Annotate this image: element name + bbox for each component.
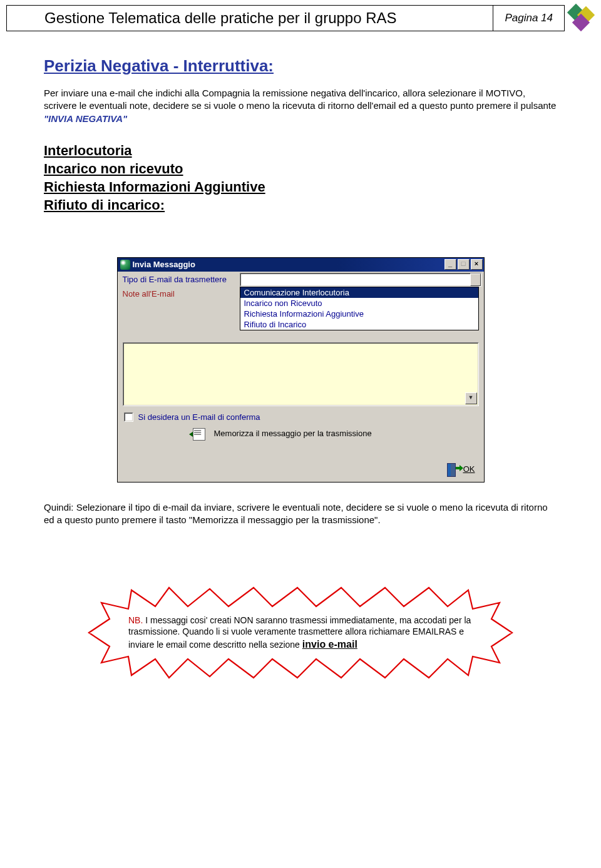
section-heading: Perizia Negativa - Interruttiva: (44, 56, 557, 76)
email-type-row: Tipo di E-mail da trasmettere (120, 273, 481, 287)
dropdown-item-non-ricevuto[interactable]: Incarico non Ricevuto (240, 298, 478, 309)
note-label: Note all'E-mail (120, 287, 240, 300)
exit-icon (446, 463, 458, 476)
logo-icon (568, 5, 595, 31)
window-buttons: _ □ × (444, 259, 483, 270)
app-icon (120, 260, 130, 270)
dialog-titlebar[interactable]: Invia Messaggio _ □ × (118, 258, 484, 272)
close-button[interactable]: × (471, 259, 483, 270)
content: Perizia Negativa - Interruttiva: Per inv… (44, 56, 557, 689)
confirm-row: Si desidera un E-mail di conferma (124, 412, 478, 422)
sublinks-list: Interlocutoria Incarico non ricevuto Ric… (44, 143, 557, 213)
intro-button-name: "INVIA NEGATIVA" (44, 113, 127, 124)
note-textarea[interactable]: ▼ (123, 342, 479, 406)
note-text: NB. I messaggi cosi' creati NON saranno … (128, 615, 473, 651)
chevron-down-icon[interactable] (470, 273, 481, 286)
header-title: Gestione Telematica delle pratiche per i… (7, 9, 493, 27)
memorize-icon (189, 427, 208, 441)
sublink-interlocutoria[interactable]: Interlocutoria (44, 143, 557, 159)
after-dialog-paragraph: Quindi: Selezionare il tipo di e-mail da… (44, 501, 557, 527)
ok-label-rest: K (470, 464, 475, 474)
note-prefix: NB. (128, 615, 143, 625)
dropdown-item-rifiuto[interactable]: Rifiuto di Incarico (240, 319, 478, 330)
page: Gestione Telematica delle pratiche per i… (0, 5, 601, 727)
form-area: Tipo di E-mail da trasmettere Note all'E… (120, 273, 481, 300)
note-callout: NB. I messaggi cosi' creati NON saranno … (75, 576, 526, 689)
note-link[interactable]: invio e-mail (302, 639, 357, 650)
minimize-button[interactable]: _ (444, 259, 456, 270)
email-type-label: Tipo di E-mail da trasmettere (120, 273, 240, 286)
sublink-incarico-non-ricevuto[interactable]: Incarico non ricevuto (44, 161, 557, 177)
email-type-dropdown-list: Comunicazione Interlocutoria Incarico no… (240, 287, 479, 330)
dropdown-item-richiesta-info[interactable]: Richiesta Informazioni Aggiuntive (240, 309, 478, 319)
ok-button[interactable]: OK (463, 464, 475, 474)
intro-paragraph: Per inviare una e-mail che indichi alla … (44, 87, 557, 125)
invia-messaggio-dialog: Invia Messaggio _ □ × Tipo di E-mail da … (117, 257, 485, 483)
sublink-richiesta-info[interactable]: Richiesta Informazioni Aggiuntive (44, 179, 557, 195)
confirm-checkbox[interactable] (124, 412, 133, 422)
memorize-row[interactable]: Memorizza il messaggio per la trasmissio… (189, 427, 478, 441)
intro-text: Per inviare una e-mail che indichi alla … (44, 88, 556, 111)
page-header: Gestione Telematica delle pratiche per i… (6, 5, 595, 31)
dialog-body: Tipo di E-mail da trasmettere Note all'E… (118, 272, 484, 482)
dialog-title: Invia Messaggio (133, 260, 444, 269)
note-body: I messaggi cosi' creati NON saranno tras… (128, 615, 471, 650)
memorize-label: Memorizza il messaggio per la trasmissio… (214, 429, 372, 438)
header-box: Gestione Telematica delle pratiche per i… (6, 5, 565, 31)
ok-row: OK (120, 463, 475, 476)
confirm-label: Si desidera un E-mail di conferma (138, 412, 260, 422)
scroll-down-icon[interactable]: ▼ (465, 392, 477, 404)
dropdown-item-interlocutoria[interactable]: Comunicazione Interlocutoria (240, 287, 478, 298)
email-type-combo[interactable] (240, 273, 481, 287)
sublink-rifiuto-incarico[interactable]: Rifiuto di incarico: (44, 197, 557, 213)
maximize-button[interactable]: □ (458, 259, 470, 270)
page-number: Pagina 14 (493, 12, 564, 24)
